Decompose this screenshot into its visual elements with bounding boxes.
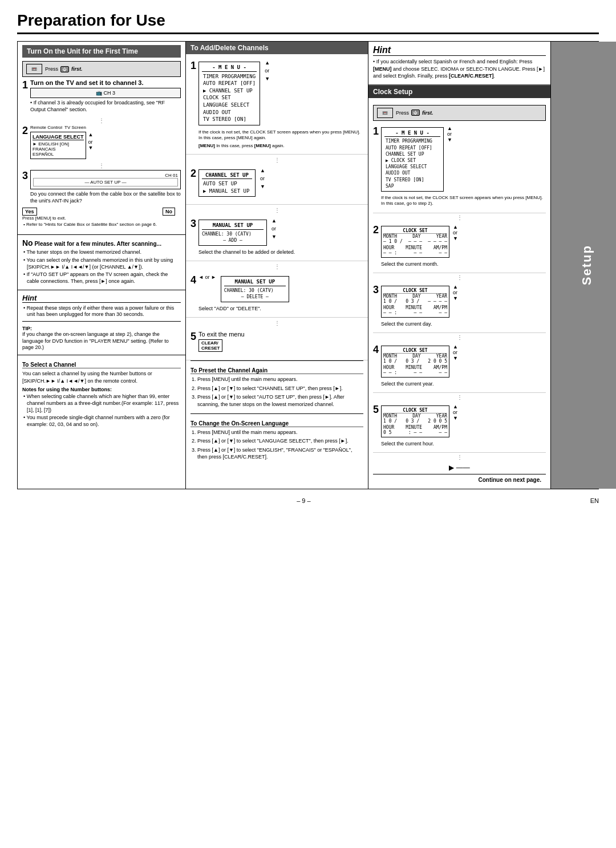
preset-section: To Preset the Channel Again Press [MENU]… [186, 361, 368, 413]
step1-note: If channel 3 is already occupied for bro… [30, 100, 181, 113]
en-label: EN [590, 497, 599, 504]
setup-tab: Setup [551, 42, 616, 489]
page-footer: – 9 – EN [17, 493, 599, 504]
preset-steps-list: Press [MENU] until the main menu appears… [191, 376, 363, 408]
arrow-right-icon: ▶ —— [373, 461, 546, 474]
clock-setup-section: Clock Setup 📼 Press ⏻ first. 1 [368, 86, 550, 489]
change-lang-step-1: Press [MENU] until the main menu appears… [197, 429, 363, 436]
turn-on-section: Turn On the Unit for the First Time 📼 Pr… [18, 42, 185, 235]
yes-no-branch: Yes Press [MENU] to exit. Refer to "Hint… [22, 208, 181, 229]
clock-step1: 1 - M E N U - TIMER PROGRAMMING AUTO REP… [373, 123, 546, 213]
power-button-icon: ⏻ [60, 66, 69, 72]
vcr-icon-2: 📼 [377, 108, 393, 118]
no-section: No Please wait for a few minutes. After … [18, 235, 185, 290]
column-2: To Add/Delete Channels 1 - M E N U - TIM… [186, 42, 368, 489]
col3-hint: Hint • If you accidentally select Spanis… [368, 42, 550, 86]
step1-title: Turn on the TV and set it to channel 3. [30, 79, 181, 86]
col2-step3: 3 MANUAL SET UP CHANNEL: 30 (CATV) — ADD… [186, 216, 368, 261]
col2-step2: 2 CHANNEL SET UP AUTO SET UP MANUAL SET … [186, 165, 368, 205]
turn-on-header: Turn On the Unit for the First Time [22, 45, 181, 58]
change-lang-step-2: Press [▲] or [▼] to select "LANGUAGE SEL… [197, 437, 363, 445]
page-title: Preparation for Use [17, 11, 599, 34]
change-lang-step-3: Press [▲] or [▼] to select "ENGLISH", "F… [197, 447, 363, 461]
vcr-icon: 📼 [26, 64, 42, 74]
change-lang-list: Press [MENU] until the main menu appears… [191, 429, 363, 461]
clock-step5: 5 CLOCK SET MONTHDAYYEAR 1 0 /0 3 /2 0 0 [373, 401, 546, 453]
add-delete-header: To Add/Delete Channels [186, 42, 368, 54]
clock-setup-header: Clock Setup [368, 86, 550, 98]
continue-next: Continue on next page. [373, 474, 546, 485]
clock-step4: 4 CLOCK SET MONTHDAYYEAR 1 0 /0 3 /2 0 0 [373, 342, 546, 393]
page-number: – 9 – [297, 497, 310, 504]
col2-step1: 1 - M E N U - TIMER PROGRAMMING AUTO REP… [186, 58, 368, 155]
clock-press-first: 📼 Press ⏻ first. [373, 105, 546, 121]
clock-step3: 3 CLOCK SET MONTHDAYYEAR 1 0 / [373, 282, 546, 333]
dotted-arrow-1: ⋮ [22, 117, 181, 124]
step-3-row: 3 CH 01 — AUTO SET UP — Do you connect t… [22, 170, 181, 204]
power-btn-2: ⏻ [411, 109, 420, 116]
step-2-row: 2 Remote Control TV Screen LANGUAGE SELE… [22, 125, 181, 159]
select-channel-section: To Select a Channel You can select a cha… [18, 355, 185, 433]
preset-step-3: Press [▲] or [▼] to select "AUTO SET UP"… [197, 393, 363, 408]
setup-label: Setup [579, 245, 594, 285]
step-1-row: 1 Turn on the TV and set it to channel 3… [22, 79, 181, 114]
preset-step-1: Press [MENU] until the main menu appears… [197, 376, 363, 383]
col2-step4: 4 ◄ or ► MANUAL SET UP CHANNEL: 30 (CATV… [186, 272, 368, 318]
dotted-arrow-2: ⋮ [22, 163, 181, 169]
preset-step-2: Press [▲] or [▼] to select "CHANNEL SET … [197, 385, 363, 392]
press-first-row: 📼 Press ⏻ first. [22, 61, 181, 77]
tv-icon: 📺 CH 3 [30, 88, 181, 98]
col1-hint: Hint Repeat these steps only if either t… [18, 290, 185, 355]
col3-hint-text: • If you accidentally select Spanish or … [373, 58, 546, 80]
change-language-section: To Change the On-Screen Language Press [… [186, 414, 368, 466]
clock-step2: 2 CLOCK SET MONTH DAY YEAR [373, 222, 546, 273]
column-1: Turn On the Unit for the First Time 📼 Pr… [18, 42, 186, 489]
col2-step5: 5 To exit the menu CLEAR/CRESET [186, 328, 368, 360]
column-3: Hint • If you accidentally select Spanis… [368, 42, 551, 489]
